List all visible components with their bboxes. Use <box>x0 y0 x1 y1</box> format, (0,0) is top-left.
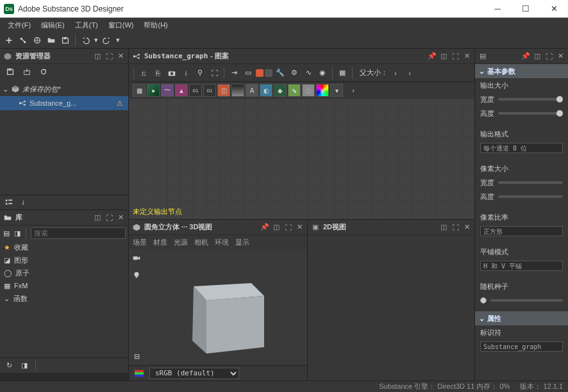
viewport-2d[interactable] <box>308 235 474 380</box>
explorer-tab-info-icon[interactable]: i <box>17 196 29 209</box>
node-grid-icon[interactable]: ▦ <box>133 84 146 97</box>
dock-icon[interactable]: ◫ <box>271 222 281 233</box>
tool-wrench-icon[interactable]: 🔧 <box>274 67 287 79</box>
minimize-button[interactable]: ─ <box>483 0 512 18</box>
slider-width[interactable] <box>498 98 563 101</box>
maximize-panel-icon[interactable]: ⛶ <box>450 51 460 61</box>
grid-icon[interactable]: ▦ <box>336 67 349 79</box>
refresh-icon[interactable] <box>37 65 50 78</box>
maximize-button[interactable]: ☐ <box>512 0 540 18</box>
color-swatch-grey[interactable] <box>265 69 272 77</box>
new-world-icon[interactable] <box>31 34 44 47</box>
camera-icon[interactable] <box>165 67 178 79</box>
fit-icon[interactable]: ⛶ <box>208 67 221 79</box>
maximize-panel-icon[interactable]: ⛶ <box>104 213 114 223</box>
pin-icon[interactable]: 📌 <box>260 222 270 233</box>
node-curve-icon[interactable]: 〜 <box>161 84 174 97</box>
close-panel-icon[interactable]: ✕ <box>115 213 126 223</box>
close-panel-icon[interactable]: ✕ <box>294 222 305 233</box>
node-01a-icon[interactable]: 01 <box>189 84 202 97</box>
dock-icon[interactable]: ◫ <box>439 51 449 61</box>
menu-edit[interactable]: 编辑(E) <box>36 18 70 32</box>
node-text-icon[interactable]: A <box>246 84 258 97</box>
export-icon[interactable] <box>21 65 33 78</box>
save-all-icon[interactable] <box>59 34 72 47</box>
tab-env[interactable]: 环境 <box>215 238 229 247</box>
node-drop-icon[interactable]: ◆ <box>274 84 287 97</box>
pin-icon[interactable]: 📌 <box>521 51 531 61</box>
close-button[interactable]: ✕ <box>540 0 568 18</box>
info-icon[interactable]: i <box>180 67 192 79</box>
lib-fxmap[interactable]: ▦FxM <box>0 279 128 292</box>
copy-icon[interactable]: ⎘ <box>151 67 164 79</box>
node-circle-icon[interactable]: ◐ <box>260 84 272 97</box>
new-graph-icon[interactable] <box>3 34 15 47</box>
tab-material[interactable]: 材质 <box>153 238 167 247</box>
close-panel-icon[interactable]: ✕ <box>555 51 565 61</box>
value-identifier[interactable]: Substance_graph <box>480 341 563 352</box>
zoom-icon[interactable]: ⚲ <box>194 67 206 79</box>
scrollbar-h[interactable] <box>0 373 128 380</box>
node-levels-icon[interactable]: ⬊ <box>288 84 301 97</box>
seed-radio[interactable] <box>480 297 487 304</box>
dock-icon[interactable]: ◫ <box>439 222 449 233</box>
colorspace-icon[interactable] <box>133 367 146 380</box>
pin-icon[interactable]: 📌 <box>427 51 437 61</box>
color-swatch-red[interactable] <box>256 69 263 77</box>
lib-favorites[interactable]: ★收藏 <box>0 241 128 254</box>
menu-tools[interactable]: 工具(T) <box>70 18 103 32</box>
close-panel-icon[interactable]: ✕ <box>115 51 126 61</box>
value-pixel-ratio[interactable]: 正方形 <box>480 226 563 236</box>
lib-layout1-icon[interactable]: ▤ <box>3 227 11 240</box>
menu-file[interactable]: 文件(F) <box>3 18 36 32</box>
node-01b-icon[interactable]: 01 <box>203 84 216 97</box>
menu-help[interactable]: 帮助(H) <box>138 18 172 32</box>
slider-px-height[interactable] <box>498 195 563 198</box>
maximize-panel-icon[interactable]: ⛶ <box>283 222 293 233</box>
section-base-params[interactable]: ⌄基本参数 <box>475 64 568 78</box>
maximize-panel-icon[interactable]: ⛶ <box>544 51 554 61</box>
close-panel-icon[interactable]: ✕ <box>462 51 472 61</box>
redo-dropdown-icon[interactable]: ▾ <box>115 34 121 47</box>
parent-size-prev-icon[interactable]: ‹ <box>389 67 402 79</box>
tab-light[interactable]: 光源 <box>174 238 188 247</box>
bulb-icon[interactable] <box>130 268 143 281</box>
node-image-icon[interactable]: ▲ <box>175 84 188 97</box>
search-input[interactable] <box>31 227 126 239</box>
slider-seed[interactable] <box>490 299 563 302</box>
node-misc-icon[interactable]: ▾ <box>330 84 343 97</box>
tool-settings-icon[interactable]: ⚙ <box>288 67 301 79</box>
new-link-icon[interactable] <box>17 34 29 47</box>
dock-icon[interactable]: ◫ <box>92 51 103 61</box>
dock-icon[interactable]: ◫ <box>92 213 103 223</box>
lib-layout2-icon[interactable]: ◨ <box>13 227 22 240</box>
dock-icon[interactable]: ◫ <box>532 51 542 61</box>
parent-size-next-icon[interactable]: › <box>403 67 416 79</box>
redo-icon[interactable] <box>101 34 113 47</box>
viewport-3d[interactable] <box>144 249 307 365</box>
tab-scene[interactable]: 场景 <box>133 238 147 247</box>
lib-atomic[interactable]: ◯原子 <box>0 266 128 279</box>
tab-display[interactable]: 显示 <box>235 238 249 247</box>
lib-filter-icon[interactable]: ◨ <box>18 359 31 372</box>
save-icon[interactable] <box>4 65 17 78</box>
node-blur-icon[interactable]: ◌ <box>302 84 315 97</box>
node-sphere-icon[interactable]: ● <box>147 84 160 97</box>
tool-node-icon[interactable]: ◉ <box>316 67 329 79</box>
explorer-tab-tree-icon[interactable] <box>3 196 15 209</box>
lib-functions[interactable]: ⌄函数 <box>0 292 128 305</box>
palette-next-icon[interactable]: › <box>347 84 360 97</box>
graph-canvas[interactable]: 未定义输出节点 <box>129 99 474 219</box>
link-icon[interactable]: ⎌ <box>137 67 150 79</box>
value-output-format[interactable]: 每个通道 8 位 <box>480 143 563 153</box>
menu-window[interactable]: 窗口(W) <box>103 18 139 32</box>
maximize-panel-icon[interactable]: ⛶ <box>450 222 460 233</box>
frame-icon[interactable]: ▭ <box>242 67 255 79</box>
node-rainbow-icon[interactable]: ◉ <box>316 84 329 97</box>
align-icon[interactable]: ⇥ <box>228 67 240 79</box>
lib-reload-icon[interactable]: ↻ <box>3 359 15 372</box>
colorspace-select[interactable]: sRGB (default) <box>149 368 239 379</box>
graph-tab-name[interactable]: Substance_graph <box>144 52 208 60</box>
value-tiling[interactable]: H 和 V 平铺 <box>480 261 563 271</box>
tree-graph[interactable]: Substance_g... ⚠ <box>0 96 128 110</box>
